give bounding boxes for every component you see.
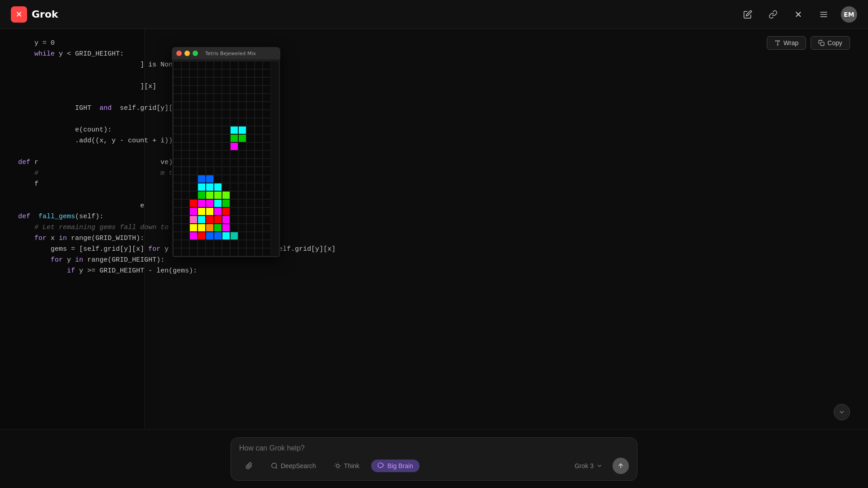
grid-cell: [214, 183, 222, 191]
grid-cell: [173, 248, 181, 256]
code-toolbar: Wrap Copy: [767, 36, 850, 50]
code-line: f: [18, 179, 850, 190]
grid-cell: [214, 110, 222, 118]
grid-cell: [246, 110, 255, 118]
svg-point-7: [336, 464, 339, 467]
grid-cell: [173, 167, 181, 175]
grid-cell: [173, 232, 181, 240]
grid-cell: [181, 207, 189, 216]
grid-cell: [198, 207, 206, 216]
grid-cell: [238, 85, 246, 94]
grid-cell: [263, 150, 271, 159]
grid-cell: [246, 142, 255, 150]
wrap-button[interactable]: Wrap: [767, 36, 806, 50]
grid-cell: [189, 167, 198, 175]
grid-cell: [222, 175, 230, 183]
grid-cell: [173, 216, 181, 224]
send-button[interactable]: [613, 458, 629, 474]
menu-icon[interactable]: [816, 6, 832, 23]
game-titlebar: Tetris Bejeweled Mix: [172, 47, 280, 60]
grid-cell: [255, 175, 263, 183]
bigbrain-button[interactable]: Big Brain: [371, 460, 420, 472]
grid-cell: [222, 61, 230, 69]
scroll-down-button[interactable]: [834, 404, 850, 420]
grid-cell: [222, 224, 230, 232]
grid-cell: [198, 167, 206, 175]
grid-cell: [214, 224, 222, 232]
grid-cell: [173, 126, 181, 134]
grid-cell: [230, 110, 238, 118]
grid-cell: [238, 191, 246, 199]
grid-cell: [246, 61, 255, 69]
copy-button[interactable]: Copy: [811, 36, 850, 50]
input-toolbar: DeepSearch Think Big Brain Grok 3: [239, 458, 629, 474]
grid-cell: [189, 183, 198, 191]
x-social-icon[interactable]: ✕: [790, 6, 807, 23]
logo-area: ✕ Grok: [11, 6, 740, 23]
grid-cell: [214, 207, 222, 216]
model-selector[interactable]: Grok 3: [569, 460, 608, 472]
grid-cell: [214, 150, 222, 159]
grid-cell: [246, 232, 255, 240]
grid-cell: [181, 110, 189, 118]
grid-cell: [214, 85, 222, 94]
grid-cell: [222, 207, 230, 216]
close-button[interactable]: [176, 51, 182, 56]
grid-cell: [255, 85, 263, 94]
grid-cell: [173, 224, 181, 232]
grid-cell: [181, 134, 189, 142]
grid-cell: [263, 207, 271, 216]
grid-cell: [189, 110, 198, 118]
grid-cell: [263, 110, 271, 118]
grid-cell: [214, 175, 222, 183]
grid-cell: [255, 199, 263, 207]
link-icon[interactable]: [765, 6, 781, 23]
grid-cell: [230, 159, 238, 167]
chat-input[interactable]: [239, 444, 629, 452]
grid-cell: [181, 216, 189, 224]
grid-cell: [198, 183, 206, 191]
grid-cell: [222, 126, 230, 134]
grid-cell: [230, 175, 238, 183]
grid-cell: [263, 199, 271, 207]
grid-cell: [255, 167, 263, 175]
grid-cell: [222, 240, 230, 248]
grid-cell: [189, 175, 198, 183]
grid-cell: [173, 85, 181, 94]
grid-cell: [238, 159, 246, 167]
grid-cell: [189, 232, 198, 240]
think-button[interactable]: Think: [328, 460, 366, 472]
grid-cell: [189, 102, 198, 110]
grid-cell: [181, 102, 189, 110]
code-line: [18, 114, 850, 125]
grid-cell: [181, 61, 189, 69]
grid-cell: [214, 142, 222, 150]
grid-cell: [206, 94, 214, 102]
code-line: gems = [self.grid[y][x] for y in range(G…: [18, 244, 850, 255]
grid-cell: [230, 102, 238, 110]
code-line: y = 0: [18, 38, 850, 49]
grid-cell: [238, 167, 246, 175]
grid-cell: [230, 94, 238, 102]
code-line: if y >= GRID_HEIGHT - len(gems):: [18, 266, 850, 277]
grid-cell: [198, 118, 206, 126]
grid-cell: [230, 134, 238, 142]
grid-cell: [189, 61, 198, 69]
deepsearch-button[interactable]: DeepSearch: [264, 460, 322, 472]
grid-cell: [173, 159, 181, 167]
grid-cell: [230, 118, 238, 126]
grid-cell: [214, 69, 222, 77]
grid-cell: [246, 207, 255, 216]
grid-cell: [238, 199, 246, 207]
grid-cell: [206, 150, 214, 159]
grid-cell: [189, 240, 198, 248]
grid-cell: [206, 126, 214, 134]
grid-cell: [214, 102, 222, 110]
attach-button[interactable]: [239, 460, 259, 472]
edit-icon[interactable]: [740, 6, 756, 23]
grid-cell: [238, 126, 246, 134]
avatar[interactable]: EM: [841, 6, 857, 23]
grid-cell: [206, 199, 214, 207]
grid-cell: [255, 110, 263, 118]
grid-cell: [263, 61, 271, 69]
